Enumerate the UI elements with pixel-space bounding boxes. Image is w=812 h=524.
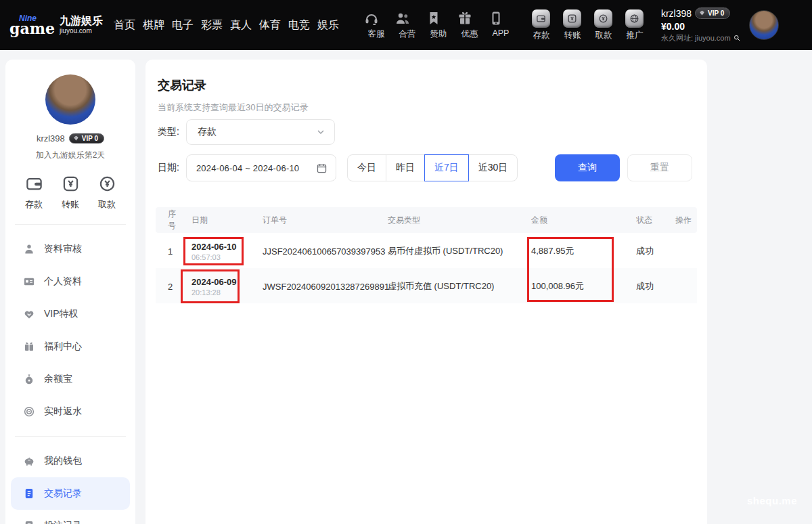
range-last30days-button[interactable]: 近30日	[468, 154, 518, 181]
cell-amount: 100,008.96元	[526, 268, 631, 303]
sidebar-item-label: 实时返水	[44, 406, 82, 418]
topbar-link-withdraw[interactable]: 取款	[591, 9, 616, 41]
topbar-link-sponsor[interactable]: 赞助	[426, 10, 451, 40]
partners-icon	[394, 10, 420, 26]
type-filter-row: 类型: 存款	[158, 119, 707, 145]
cell-time-value: 06:57:03	[191, 253, 252, 261]
range-last7days-button[interactable]: 近7日	[424, 154, 469, 181]
topbar-link-partnership[interactable]: 合营	[394, 10, 420, 40]
document-icon	[23, 520, 35, 524]
sidebar-item-profile-audit[interactable]: 资料审核	[5, 233, 135, 265]
topbar-user-info[interactable]: krzl398 VIP 0 ¥0.00 永久网址: jiuyou.com	[661, 7, 741, 43]
money-bag-icon	[23, 373, 35, 385]
main-nav: 首页 棋牌 电子 彩票 真人 体育 电竞 娱乐	[114, 18, 339, 32]
cell-time-value: 20:13:28	[191, 288, 252, 297]
phone-icon	[488, 10, 514, 26]
deposit-wallet-icon	[532, 9, 550, 28]
vip-heart-icon	[23, 308, 35, 320]
topbar-link-transfer[interactable]: 转账	[560, 9, 585, 41]
document-icon	[23, 487, 35, 500]
nav-item-lottery[interactable]: 彩票	[201, 18, 223, 32]
logo[interactable]: Nine game 九游娱乐 jiuyou.com	[9, 14, 103, 36]
diamond-icon	[72, 135, 80, 142]
nav-item-home[interactable]: 首页	[114, 18, 135, 32]
range-today-button[interactable]: 今日	[347, 154, 386, 181]
headset-icon	[363, 10, 389, 26]
cell-status-link[interactable]: 成功	[631, 233, 670, 268]
col-header-order-no: 订单号	[257, 207, 382, 233]
brand-cn: 九游娱乐 jiuyou.com	[60, 15, 103, 35]
nav-item-sports[interactable]: 体育	[259, 18, 281, 32]
quick-action-transfer[interactable]: 转账	[57, 175, 84, 211]
table-header-row: 序号 日期 订单号 交易类型 金额 状态 操作	[156, 207, 697, 233]
sidebar-profile: krzl398 VIP 0 加入九游娱乐第2天	[5, 60, 135, 161]
transfer-coin-icon	[62, 175, 80, 193]
nav-item-live-casino[interactable]: 真人	[230, 18, 252, 32]
piggy-bank-icon	[23, 455, 35, 467]
sidebar-item-betting-records[interactable]: 投注记录	[5, 510, 135, 524]
sidebar-item-transaction-records[interactable]: 交易记录	[11, 477, 130, 510]
sidebar-item-label: 福利中心	[44, 341, 82, 353]
sidebar-item-welfare-center[interactable]: 福利中心	[5, 330, 135, 363]
sidebar-item-label: VIP特权	[44, 308, 78, 320]
quick-action-label: 转账	[57, 198, 84, 211]
quick-action-label: 取款	[93, 198, 120, 211]
avatar[interactable]	[45, 74, 95, 125]
range-yesterday-button[interactable]: 昨日	[386, 154, 425, 181]
page-subtitle: 当前系统支持查询最近30日的交易记录	[158, 102, 707, 114]
quick-action-withdraw[interactable]: 取款	[93, 175, 120, 211]
cell-date-value: 2024-06-10	[191, 242, 252, 252]
topbar-link-deposit[interactable]: 存款	[528, 9, 554, 41]
topbar-link-service[interactable]: 客服	[363, 10, 389, 40]
sidebar-menu-primary: 资料审核 个人资料 VIP特权 福利中心 余额宝 实时返水	[5, 225, 135, 436]
reset-button[interactable]: 重置	[627, 154, 692, 181]
topbar-wallet-links: 存款 转账 取款 推广	[528, 9, 648, 41]
topbar-link-app[interactable]: APP	[488, 10, 514, 40]
sidebar-item-vip-privileges[interactable]: VIP特权	[5, 298, 135, 330]
topbar-link-label: 客服	[363, 28, 389, 40]
profile-audit-icon	[23, 243, 35, 255]
gift-icon	[457, 10, 482, 26]
vip-badge: VIP 0	[695, 7, 730, 19]
diamond-icon	[698, 9, 706, 17]
cell-order-no: JJSF202406100657039397953	[257, 233, 382, 268]
sidebar-item-personal-info[interactable]: 个人资料	[5, 265, 135, 298]
sidebar-item-label: 我的钱包	[44, 455, 82, 467]
sponsor-bookmark-icon	[426, 10, 451, 26]
search-button[interactable]: 查询	[555, 154, 620, 181]
transfer-coin-icon	[563, 9, 581, 28]
cell-date: 2024-06-09 20:13:28	[186, 268, 257, 303]
topbar-link-label: 合营	[394, 28, 420, 40]
withdraw-coin-icon	[594, 9, 612, 28]
sidebar-item-label: 余额宝	[44, 373, 72, 385]
calendar-icon[interactable]	[316, 162, 328, 174]
type-select[interactable]: 存款	[186, 119, 335, 145]
username: krzl398	[661, 7, 692, 20]
topbar-link-label: 转账	[560, 30, 585, 41]
topbar-link-promote[interactable]: 推广	[622, 9, 648, 41]
nav-item-slots[interactable]: 电子	[172, 18, 194, 32]
sidebar-item-yuebao[interactable]: 余额宝	[5, 363, 135, 395]
watermark: shequ.me	[747, 495, 797, 506]
cell-amount: 4,887.95元	[526, 233, 631, 268]
topbar-link-label: 优惠	[457, 28, 482, 40]
avatar[interactable]	[749, 10, 779, 40]
quick-action-deposit[interactable]: 存款	[20, 175, 47, 211]
search-icon[interactable]	[733, 34, 741, 42]
deposit-wallet-icon	[25, 175, 43, 193]
sidebar-item-label: 个人资料	[44, 276, 82, 288]
rebate-target-icon	[23, 406, 35, 418]
nav-item-entertainment[interactable]: 娱乐	[317, 18, 339, 32]
col-header-action: 操作	[670, 207, 697, 233]
cell-order-no: JWSF202406092013287269891	[257, 268, 382, 303]
nav-item-esports[interactable]: 电竞	[288, 18, 310, 32]
col-header-status: 状态	[631, 207, 670, 233]
sidebar-item-my-wallet[interactable]: 我的钱包	[5, 445, 135, 477]
sidebar-item-realtime-rebate[interactable]: 实时返水	[5, 395, 135, 428]
col-header-index: 序号	[156, 207, 186, 233]
joined-days-text: 加入九游娱乐第2天	[5, 150, 135, 161]
cell-status-link[interactable]: 成功	[631, 268, 670, 303]
nav-item-board-games[interactable]: 棋牌	[143, 18, 164, 32]
date-range-input[interactable]: 2024-06-04 ~ 2024-06-10	[186, 154, 336, 181]
topbar-link-promotions[interactable]: 优惠	[457, 10, 482, 40]
